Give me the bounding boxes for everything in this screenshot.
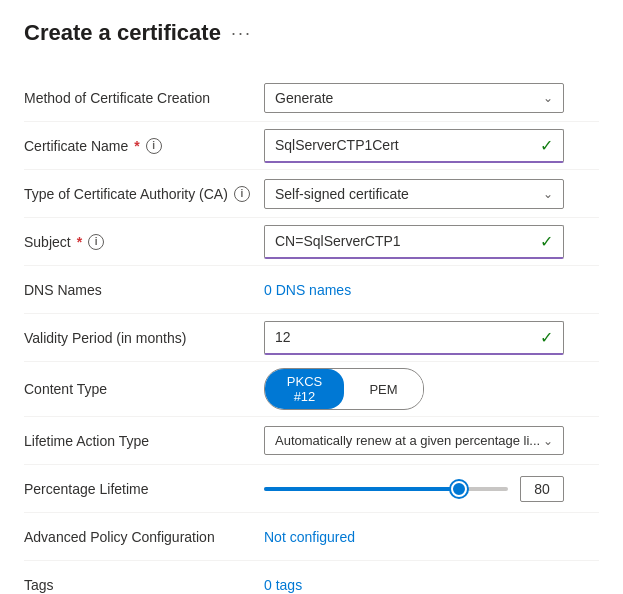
form-row-percentage: Percentage Lifetime 80: [24, 465, 599, 513]
required-star: *: [134, 138, 139, 154]
label-percentage: Percentage Lifetime: [24, 471, 264, 507]
dropdown-ca-value: Self-signed certificate: [275, 186, 409, 202]
info-icon-ca[interactable]: i: [234, 186, 250, 202]
control-dns: 0 DNS names: [264, 276, 599, 304]
slider-track[interactable]: [264, 487, 508, 491]
input-cert-name[interactable]: SqlServerCTP1Cert ✓: [264, 129, 564, 163]
check-icon-subject: ✓: [540, 232, 553, 251]
required-star-subject: *: [77, 234, 82, 250]
label-advanced-policy: Advanced Policy Configuration: [24, 519, 264, 555]
input-cert-name-value: SqlServerCTP1Cert: [275, 137, 534, 153]
form-row-dns: DNS Names 0 DNS names: [24, 266, 599, 314]
form-row-ca-type: Type of Certificate Authority (CA) i Sel…: [24, 170, 599, 218]
dropdown-method-value: Generate: [275, 90, 333, 106]
slider-thumb[interactable]: [451, 481, 467, 497]
dropdown-lifetime-action[interactable]: Automatically renew at a given percentag…: [264, 426, 564, 455]
input-subject-value: CN=SqlServerCTP1: [275, 233, 534, 249]
form-section: Method of Certificate Creation Generate …: [24, 74, 599, 594]
slider-fill: [264, 487, 459, 491]
form-row-advanced-policy: Advanced Policy Configuration Not config…: [24, 513, 599, 561]
slider-container: 80: [264, 476, 564, 502]
page-container: Create a certificate ··· Method of Certi…: [0, 0, 623, 594]
not-configured-link[interactable]: Not configured: [264, 529, 355, 545]
chevron-down-icon-lifetime: ⌄: [543, 434, 553, 448]
label-tags: Tags: [24, 567, 264, 594]
check-icon-validity: ✓: [540, 328, 553, 347]
control-advanced-policy: Not configured: [264, 523, 599, 551]
label-method: Method of Certificate Creation: [24, 80, 264, 116]
input-validity[interactable]: 12 ✓: [264, 321, 564, 355]
form-row-cert-name: Certificate Name * i SqlServerCTP1Cert ✓: [24, 122, 599, 170]
toggle-pem[interactable]: PEM: [344, 377, 423, 402]
chevron-down-icon: ⌄: [543, 91, 553, 105]
tags-link[interactable]: 0 tags: [264, 577, 302, 593]
form-row-subject: Subject * i CN=SqlServerCTP1 ✓: [24, 218, 599, 266]
label-ca-type: Type of Certificate Authority (CA) i: [24, 176, 264, 212]
form-row-tags: Tags 0 tags: [24, 561, 599, 594]
label-cert-name: Certificate Name * i: [24, 128, 264, 164]
input-validity-value: 12: [275, 329, 534, 345]
dropdown-lifetime-value: Automatically renew at a given percentag…: [275, 433, 543, 448]
label-dns: DNS Names: [24, 272, 264, 308]
info-icon[interactable]: i: [146, 138, 162, 154]
control-percentage: 80: [264, 470, 599, 508]
control-ca-type: Self-signed certificate ⌄: [264, 173, 599, 215]
slider-value: 80: [520, 476, 564, 502]
content-type-toggle: PKCS #12 PEM: [264, 368, 424, 410]
control-cert-name: SqlServerCTP1Cert ✓: [264, 123, 599, 169]
dropdown-method[interactable]: Generate ⌄: [264, 83, 564, 113]
control-content-type: PKCS #12 PEM: [264, 362, 599, 416]
label-content-type: Content Type: [24, 371, 264, 407]
page-title: Create a certificate: [24, 20, 221, 46]
input-subject[interactable]: CN=SqlServerCTP1 ✓: [264, 225, 564, 259]
control-validity: 12 ✓: [264, 315, 599, 361]
more-options-icon[interactable]: ···: [231, 23, 252, 44]
label-subject: Subject * i: [24, 224, 264, 260]
control-method: Generate ⌄: [264, 77, 599, 119]
form-row-content-type: Content Type PKCS #12 PEM: [24, 362, 599, 417]
toggle-pkcs12[interactable]: PKCS #12: [265, 369, 344, 409]
form-row-method: Method of Certificate Creation Generate …: [24, 74, 599, 122]
form-row-lifetime-action: Lifetime Action Type Automatically renew…: [24, 417, 599, 465]
chevron-down-icon-ca: ⌄: [543, 187, 553, 201]
control-subject: CN=SqlServerCTP1 ✓: [264, 219, 599, 265]
check-icon: ✓: [540, 136, 553, 155]
control-lifetime-action: Automatically renew at a given percentag…: [264, 420, 599, 461]
label-validity: Validity Period (in months): [24, 320, 264, 356]
label-lifetime-action: Lifetime Action Type: [24, 423, 264, 459]
control-tags: 0 tags: [264, 571, 599, 594]
page-header: Create a certificate ···: [24, 20, 599, 46]
dns-names-link[interactable]: 0 DNS names: [264, 282, 351, 298]
form-row-validity: Validity Period (in months) 12 ✓: [24, 314, 599, 362]
dropdown-ca-type[interactable]: Self-signed certificate ⌄: [264, 179, 564, 209]
info-icon-subject[interactable]: i: [88, 234, 104, 250]
